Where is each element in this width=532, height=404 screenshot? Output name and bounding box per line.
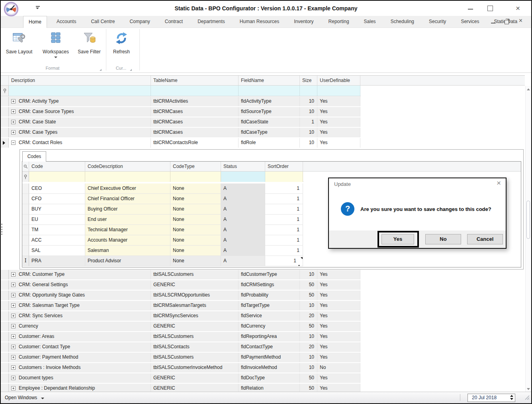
workspaces-button[interactable]: Workspaces — [38, 31, 73, 58]
grid-row[interactable]: Customer: Payment MethodtblSALSCustomers… — [1, 353, 361, 363]
expand-icon[interactable] — [11, 365, 16, 370]
scroll-down-icon[interactable] — [527, 388, 530, 390]
yes-button[interactable]: Yes — [381, 234, 414, 244]
expand-icon[interactable] — [11, 376, 16, 380]
tab-reporting[interactable]: Reporting — [323, 16, 354, 28]
save-filter-button[interactable]: Save Filter — [72, 31, 106, 55]
codes-row[interactable]: IPRAProduct AdvisorNoneA1 — [22, 256, 303, 266]
tab-scheduling[interactable]: Scheduling — [385, 16, 419, 28]
refresh-button[interactable]: Refresh — [106, 31, 137, 55]
codes-filter-type-input[interactable] — [170, 172, 221, 182]
column-header-tablename[interactable]: TableName — [151, 76, 239, 85]
expand-icon[interactable] — [11, 272, 16, 277]
tab-sales[interactable]: Sales — [359, 16, 381, 28]
spin-down-icon[interactable] — [301, 257, 303, 265]
expand-icon[interactable] — [11, 334, 16, 339]
cancel-button[interactable]: Cancel — [467, 234, 503, 244]
tab-call-centre[interactable]: Call Centre — [86, 16, 120, 28]
grid-row[interactable]: CRM: Case StatetblCRMCasesfldCaseState1Y… — [1, 117, 361, 128]
expand-icon[interactable] — [11, 345, 16, 349]
spin-up-icon[interactable] — [510, 395, 513, 397]
expand-icon[interactable] — [11, 293, 16, 297]
expand-icon[interactable] — [11, 314, 16, 318]
close-icon[interactable]: × — [516, 3, 520, 14]
grid-row[interactable]: CRM: Sync ServicestblCRMSyncServicesfldS… — [1, 311, 361, 322]
resize-grip-icon[interactable] — [524, 394, 530, 402]
scroll-up-icon[interactable] — [527, 88, 530, 90]
expand-icon[interactable] — [11, 303, 16, 308]
grid-row[interactable]: Customer: Contact TypetblSALSContactsfld… — [1, 342, 361, 353]
format-group-launcher-icon[interactable] — [100, 69, 102, 71]
splitter-handle[interactable] — [1, 224, 2, 235]
sortorder-cell[interactable]: 1 — [265, 256, 303, 266]
grid-row[interactable]: CRM: Opportunity Stage GatestblSALSCRMOp… — [1, 291, 361, 301]
expand-icon[interactable] — [11, 386, 16, 390]
filter-description-input[interactable] — [9, 86, 151, 96]
tab-human-resources[interactable]: Human Resources — [235, 16, 284, 28]
codes-row[interactable]: ACCAccounts ManagerNoneA1 — [22, 235, 303, 246]
filter-fieldname-input[interactable] — [239, 86, 300, 96]
grid-row[interactable]: Customer: AreastblSALSCustomersfldReport… — [1, 332, 361, 342]
codes-filter-description-input[interactable] — [85, 172, 170, 182]
column-header-size[interactable]: Size — [300, 76, 317, 85]
grid-row[interactable]: CRM: Customer TypetblSALSCustomersfldCus… — [1, 270, 361, 280]
tab-home[interactable]: Home — [23, 16, 47, 28]
codes-row[interactable]: TMTechnical ManagerNoneA1 — [22, 225, 303, 235]
grid-row[interactable]: CRM: Contact RolestblCRMContactsRolefldR… — [1, 138, 361, 148]
grid-row[interactable]: Customers : Invoice MethodstblSALSCustom… — [1, 363, 361, 373]
tab-contract[interactable]: Contract — [160, 16, 188, 28]
codes-column-code[interactable]: Code — [29, 162, 85, 171]
tab-security[interactable]: Security — [424, 16, 451, 28]
codes-row[interactable]: BUYBuying OfficerNoneA1 — [22, 204, 303, 215]
column-header-fieldname[interactable]: FieldName — [239, 76, 300, 85]
codes-filter-status-input[interactable] — [221, 172, 265, 182]
dialog-close-icon[interactable]: × — [497, 179, 501, 187]
codes-row[interactable]: CFOChief Financial OfficerNoneA1 — [22, 194, 303, 204]
grid-row[interactable]: CurrencyGENERICfldCurrency50Yes — [1, 322, 361, 332]
workspaces-dropdown-icon[interactable] — [54, 57, 57, 58]
current-group-launcher-icon[interactable] — [130, 69, 132, 71]
date-spinner[interactable] — [509, 394, 514, 401]
tab-departments[interactable]: Departments — [192, 16, 230, 28]
tab-company[interactable]: Company — [124, 16, 155, 28]
codes-column-codedescription[interactable]: CodeDescription — [85, 162, 170, 171]
expand-icon[interactable] — [11, 130, 16, 135]
spin-up-icon[interactable] — [297, 259, 301, 266]
grid-row[interactable]: Document typesGENERICfldDocType50Yes — [1, 373, 361, 384]
expand-icon[interactable] — [11, 120, 16, 124]
codes-row[interactable]: CEOChief Executive OfficerNoneA1 — [22, 183, 303, 194]
filter-size-input[interactable] — [300, 86, 317, 96]
codes-tab[interactable]: Codes — [22, 151, 46, 162]
expand-icon[interactable] — [11, 109, 16, 114]
grid-row[interactable]: CRM: Activity TypetblCRMActivitiesfldAct… — [1, 97, 361, 107]
spin-down-icon[interactable] — [510, 398, 513, 400]
grid-row[interactable]: CRM: Case Source TypestblCRMCasesfldSour… — [1, 107, 361, 117]
save-layout-button[interactable]: Save Layout — [2, 31, 37, 55]
filter-tablename-input[interactable] — [151, 86, 239, 96]
quick-access-dropdown-icon[interactable] — [36, 6, 40, 9]
scrollbar-thumb[interactable] — [526, 201, 530, 239]
ribbon-close-icon[interactable]: × — [519, 17, 522, 24]
expand-icon[interactable] — [11, 355, 16, 359]
tab-services[interactable]: Services — [456, 16, 484, 28]
maximize-icon[interactable] — [487, 6, 493, 11]
codes-row[interactable]: EUEnd userNoneA1 — [22, 215, 303, 225]
column-header-description[interactable]: Description — [9, 76, 151, 85]
expand-icon[interactable] — [11, 283, 16, 287]
app-logo-icon[interactable] — [4, 2, 19, 17]
collapse-icon[interactable] — [11, 141, 16, 145]
tab-accounts[interactable]: Accounts — [51, 16, 81, 28]
codes-column-status[interactable]: Status — [221, 162, 265, 171]
ribbon-minimize-icon[interactable] — [491, 23, 495, 23]
expand-icon[interactable] — [11, 324, 16, 328]
vertical-scrollbar[interactable] — [525, 86, 531, 392]
grid-row[interactable]: CRM: Case TypestblCRMCasesfldCaseType10Y… — [1, 128, 361, 138]
grid-row[interactable]: CRM: General SettingsGENERICfldCRMSettin… — [1, 280, 361, 291]
minimize-icon[interactable] — [468, 9, 473, 10]
codes-row[interactable]: SALSalesmanNoneA1 — [22, 246, 303, 256]
filter-userdefinable-input[interactable] — [317, 86, 360, 96]
ribbon-restore-icon[interactable] — [505, 20, 509, 24]
column-header-userdefinable[interactable]: UserDefinable — [317, 76, 360, 85]
expand-icon[interactable] — [11, 99, 16, 103]
codes-column-sortorder[interactable]: SortOrder — [265, 162, 303, 171]
